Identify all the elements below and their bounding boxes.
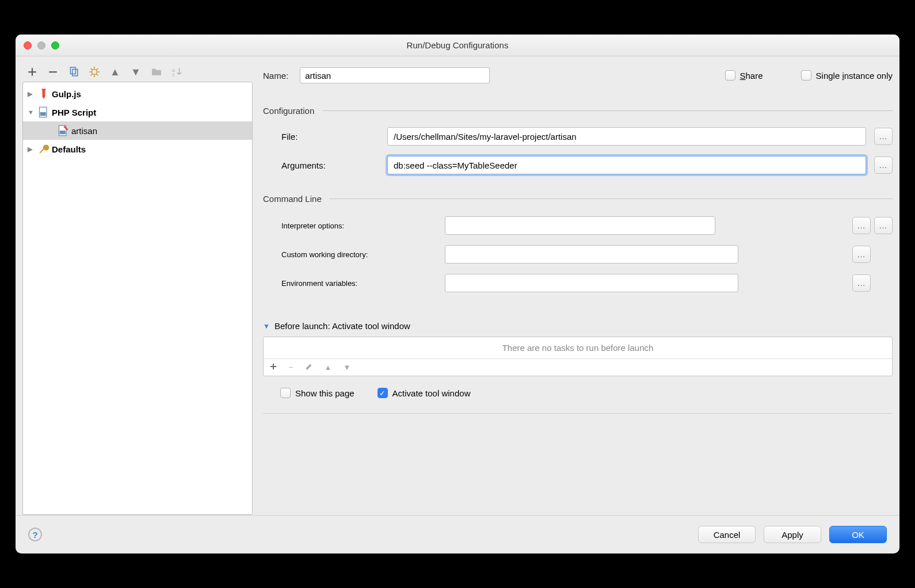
remove-task-button: − xyxy=(289,363,293,372)
disclosure-icon[interactable]: ▼ xyxy=(28,109,36,116)
tasks-box: There are no tasks to run before launch … xyxy=(263,337,893,376)
move-down-button: ▼ xyxy=(129,66,142,78)
name-input[interactable] xyxy=(300,67,490,83)
disclosure-icon: ▼ xyxy=(263,322,270,330)
expand-interp-button[interactable]: ... xyxy=(852,217,871,234)
launch-options: Show this page ✓ Activate tool window xyxy=(263,376,893,398)
activate-tool-window-checkbox[interactable]: ✓ Activate tool window xyxy=(378,388,471,398)
interpreter-options-label: Interpreter options: xyxy=(281,222,437,230)
cwd-input[interactable] xyxy=(445,245,738,264)
file-label: File: xyxy=(281,132,379,142)
tree-label: PHP Script xyxy=(52,108,96,117)
browse-cwd-button[interactable]: ... xyxy=(852,246,871,263)
show-page-checkbox[interactable]: Show this page xyxy=(280,388,354,398)
disclosure-icon[interactable]: ▶ xyxy=(28,90,36,98)
apply-button[interactable]: Apply xyxy=(764,526,821,543)
activate-label: Activate tool window xyxy=(392,388,471,398)
checkbox-icon: ✓ xyxy=(378,388,388,398)
ok-button[interactable]: OK xyxy=(829,526,887,543)
single-instance-checkbox[interactable]: Single instance only xyxy=(801,70,893,81)
share-checkbox[interactable]: Share xyxy=(725,70,763,81)
cmdline-grid: Interpreter options: ... ... Custom work… xyxy=(263,216,893,292)
add-config-button[interactable] xyxy=(26,66,39,78)
wrench-icon xyxy=(38,143,49,155)
checkbox-icon xyxy=(725,70,735,81)
tree-label: artisan xyxy=(71,126,97,136)
section-label: Configuration xyxy=(263,106,314,116)
folder-button xyxy=(150,66,163,78)
edit-templates-button[interactable] xyxy=(88,66,101,78)
tree-item-gulp[interactable]: ▶ Gulp.js xyxy=(23,85,252,103)
tree-item-php-script[interactable]: ▼ PHP Script xyxy=(23,103,252,121)
interpreter-options-input[interactable] xyxy=(445,216,715,235)
section-label: Command Line xyxy=(263,194,322,204)
expand-interp-button-2[interactable]: ... xyxy=(874,217,893,234)
config-tree[interactable]: ▶ Gulp.js ▼ PHP Script xyxy=(22,82,253,515)
section-commandline: Command Line xyxy=(263,194,893,204)
file-input[interactable] xyxy=(387,127,866,146)
edit-task-button xyxy=(305,362,313,372)
footer-buttons: Cancel Apply OK xyxy=(698,526,887,543)
sidebar-toolbar: ▲ ▼ az xyxy=(22,62,253,82)
checkbox-icon xyxy=(280,388,291,398)
move-task-down-button: ▼ xyxy=(343,363,350,372)
config-grid: File: ... Arguments: ... xyxy=(263,127,893,174)
before-launch-section: ▼ Before launch: Activate tool window Th… xyxy=(263,321,893,398)
before-launch-disclosure[interactable]: ▼ Before launch: Activate tool window xyxy=(263,321,893,331)
php-file-icon xyxy=(58,125,69,136)
move-up-button: ▲ xyxy=(109,66,121,78)
tree-label: Gulp.js xyxy=(52,89,81,99)
show-page-label: Show this page xyxy=(295,388,354,398)
content: ▲ ▼ az ▶ Gulp.js ▼ xyxy=(16,56,899,515)
cwd-label: Custom working directory: xyxy=(281,250,437,259)
help-button[interactable]: ? xyxy=(28,528,42,541)
main-panel: Name: Share Single instance only Configu… xyxy=(253,62,893,515)
tree-label: Defaults xyxy=(52,144,86,154)
copy-config-button[interactable] xyxy=(67,66,80,78)
arguments-input[interactable] xyxy=(387,156,866,174)
tasks-toolbar: − ▲ ▼ xyxy=(264,359,892,376)
dialog-window: Run/Debug Configurations ▲ ▼ xyxy=(16,35,899,553)
section-configuration: Configuration xyxy=(263,106,893,116)
svg-rect-8 xyxy=(60,131,66,134)
share-label: Share xyxy=(740,71,763,81)
remove-config-button[interactable] xyxy=(47,66,59,78)
no-tasks-label: There are no tasks to run before launch xyxy=(264,337,892,359)
arguments-label: Arguments: xyxy=(281,161,379,170)
divider xyxy=(330,198,893,199)
env-input[interactable] xyxy=(445,274,738,292)
before-launch-label: Before launch: Activate tool window xyxy=(274,321,410,331)
tree-item-defaults[interactable]: ▶ Defaults xyxy=(23,140,252,158)
single-instance-label: Single instance only xyxy=(816,71,893,81)
svg-rect-0 xyxy=(70,67,75,74)
divider xyxy=(322,110,893,111)
svg-rect-1 xyxy=(73,70,78,76)
sort-button: az xyxy=(171,66,184,78)
svg-point-2 xyxy=(92,70,97,75)
disclosure-icon[interactable]: ▶ xyxy=(28,146,36,153)
footer: ? Cancel Apply OK xyxy=(16,515,899,553)
move-task-up-button: ▲ xyxy=(325,363,332,372)
tree-item-artisan[interactable]: artisan xyxy=(23,121,252,140)
browse-file-button[interactable]: ... xyxy=(874,128,893,145)
gulp-icon xyxy=(38,88,49,100)
divider xyxy=(263,413,893,414)
svg-text:z: z xyxy=(172,72,175,77)
checkbox-icon xyxy=(801,70,811,81)
window-title: Run/Debug Configurations xyxy=(16,40,899,50)
name-row: Name: Share Single instance only xyxy=(263,64,893,86)
titlebar: Run/Debug Configurations xyxy=(16,35,899,56)
name-label: Name: xyxy=(263,71,288,81)
svg-rect-6 xyxy=(40,112,46,116)
add-task-button[interactable] xyxy=(269,362,277,372)
browse-env-button[interactable]: ... xyxy=(852,274,871,292)
sidebar: ▲ ▼ az ▶ Gulp.js ▼ xyxy=(22,62,253,515)
env-label: Environment variables: xyxy=(281,279,437,288)
expand-arguments-button[interactable]: ... xyxy=(874,156,893,174)
php-file-icon xyxy=(38,106,49,118)
cancel-button[interactable]: Cancel xyxy=(698,526,756,543)
